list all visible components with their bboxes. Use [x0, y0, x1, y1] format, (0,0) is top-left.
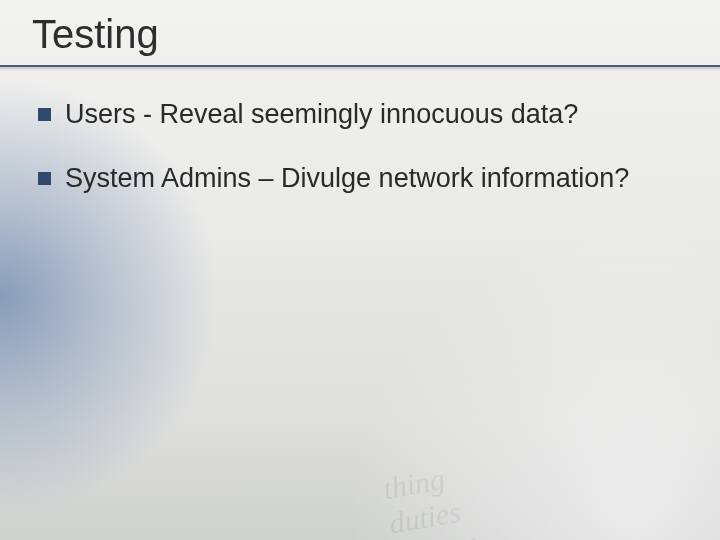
bullet-list: Users - Reveal seemingly innocuous data?…: [30, 97, 690, 196]
bullet-text: Users - Reveal seemingly innocuous data?: [65, 97, 690, 133]
background-ghost-text: thing duties picture screen: [381, 414, 720, 540]
slide: Testing Users - Reveal seemingly innocuo…: [0, 0, 720, 540]
bullet-item: System Admins – Divulge network informat…: [38, 161, 690, 197]
title-rule: [0, 65, 720, 71]
square-bullet-icon: [38, 108, 51, 121]
slide-title: Testing: [30, 12, 690, 57]
square-bullet-icon: [38, 172, 51, 185]
bullet-text: System Admins – Divulge network informat…: [65, 161, 690, 197]
bullet-item: Users - Reveal seemingly innocuous data?: [38, 97, 690, 133]
